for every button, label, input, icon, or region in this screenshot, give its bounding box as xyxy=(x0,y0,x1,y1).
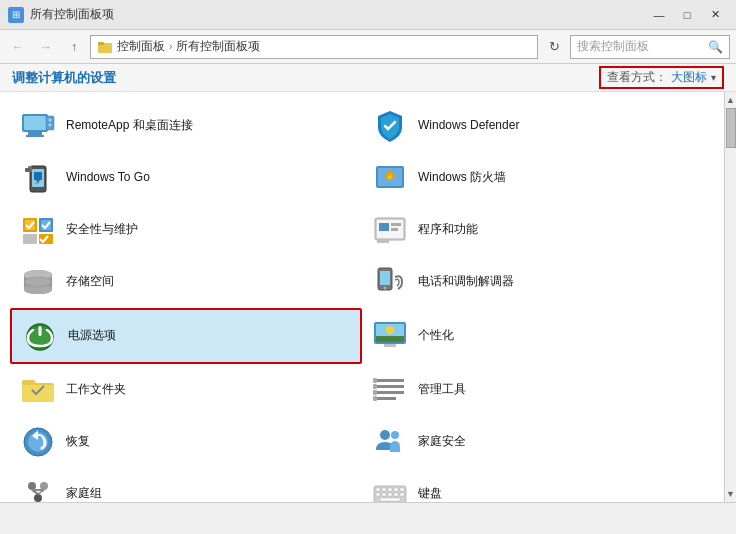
svg-rect-45 xyxy=(376,385,404,388)
maximize-button[interactable]: □ xyxy=(674,5,700,25)
item-phone-modem[interactable]: 电话和调制解调器 xyxy=(362,256,714,308)
svg-rect-26 xyxy=(391,228,398,231)
label-work-folder: 工作文件夹 xyxy=(66,382,126,398)
svg-rect-20 xyxy=(23,234,37,244)
close-button[interactable]: ✕ xyxy=(702,5,728,25)
svg-rect-70 xyxy=(388,493,392,496)
item-windows-firewall[interactable]: Windows 防火墙 xyxy=(362,152,714,204)
page-title: 调整计算机的设置 xyxy=(12,69,116,87)
label-windows-defender: Windows Defender xyxy=(418,118,519,134)
minimize-button[interactable]: — xyxy=(646,5,672,25)
address-breadcrumb[interactable]: 控制面板 › 所有控制面板项 xyxy=(90,35,538,59)
svg-rect-64 xyxy=(382,488,386,491)
toolbar: 调整计算机的设置 查看方式： 大图标 ▾ xyxy=(0,64,736,92)
view-label: 查看方式： xyxy=(607,69,667,86)
icon-personalize xyxy=(370,316,410,356)
icon-work-folder xyxy=(18,370,58,410)
icon-windows-to-go xyxy=(18,158,58,198)
icon-phone-modem xyxy=(370,262,410,302)
svg-rect-69 xyxy=(382,493,386,496)
folder-icon xyxy=(97,39,113,55)
icon-storage xyxy=(18,262,58,302)
label-windows-to-go: Windows To Go xyxy=(66,170,150,186)
svg-rect-67 xyxy=(400,488,404,491)
label-keyboard: 键盘 xyxy=(418,486,442,502)
view-dropdown-icon[interactable]: ▾ xyxy=(711,72,716,83)
icon-security xyxy=(18,210,58,250)
item-programs[interactable]: 程序和功能 xyxy=(362,204,714,256)
scroll-up-arrow[interactable]: ▲ xyxy=(725,92,737,108)
main-area: RemoteApp 和桌面连接 Windows Defender Windows… xyxy=(0,92,736,502)
back-button[interactable]: ← xyxy=(6,35,30,59)
search-icon[interactable]: 🔍 xyxy=(708,40,723,54)
svg-rect-63 xyxy=(376,488,380,491)
svg-rect-66 xyxy=(394,488,398,491)
svg-rect-72 xyxy=(400,493,404,496)
svg-point-56 xyxy=(28,482,36,490)
svg-point-35 xyxy=(384,287,387,290)
svg-point-42 xyxy=(386,326,394,334)
label-security: 安全性与维护 xyxy=(66,222,138,238)
item-work-folder[interactable]: 工作文件夹 xyxy=(10,364,362,416)
label-family-safety: 家庭安全 xyxy=(418,434,466,450)
label-windows-firewall: Windows 防火墙 xyxy=(418,170,506,186)
items-grid: RemoteApp 和桌面连接 Windows Defender Windows… xyxy=(10,100,714,502)
svg-point-55 xyxy=(391,431,399,439)
icon-programs xyxy=(370,210,410,250)
item-windows-defender[interactable]: Windows Defender xyxy=(362,100,714,152)
icon-remote-app xyxy=(18,106,58,146)
svg-rect-13 xyxy=(35,182,39,184)
item-family-safety[interactable]: 家庭安全 xyxy=(362,416,714,468)
item-homegroup[interactable]: 家庭组 xyxy=(10,468,362,502)
search-box[interactable]: 搜索控制面板 🔍 xyxy=(570,35,730,59)
label-remote-app: RemoteApp 和桌面连接 xyxy=(66,118,193,134)
icon-admin-tools xyxy=(370,370,410,410)
refresh-button[interactable]: ↻ xyxy=(542,35,566,59)
label-phone-modem: 电话和调制解调器 xyxy=(418,274,514,290)
item-keyboard[interactable]: 键盘 xyxy=(362,468,714,502)
item-windows-to-go[interactable]: Windows To Go xyxy=(10,152,362,204)
svg-rect-44 xyxy=(376,379,404,382)
label-storage: 存储空间 xyxy=(66,274,114,290)
item-restore[interactable]: 恢复 xyxy=(10,416,362,468)
svg-rect-65 xyxy=(388,488,392,491)
item-personalize[interactable]: 个性化 xyxy=(362,308,714,364)
svg-rect-47 xyxy=(376,397,396,400)
svg-rect-41 xyxy=(376,336,404,342)
status-bar xyxy=(0,502,736,524)
svg-rect-25 xyxy=(391,223,401,226)
svg-rect-24 xyxy=(379,223,389,231)
up-button[interactable]: ↑ xyxy=(62,35,86,59)
item-admin-tools[interactable]: 管理工具 xyxy=(362,364,714,416)
icon-windows-firewall xyxy=(370,158,410,198)
window-controls: — □ ✕ xyxy=(646,5,728,25)
svg-rect-12 xyxy=(25,168,31,172)
icon-restore xyxy=(18,422,58,462)
item-remote-app[interactable]: RemoteApp 和桌面连接 xyxy=(10,100,362,152)
label-programs: 程序和功能 xyxy=(418,222,478,238)
forward-button[interactable]: → xyxy=(34,35,58,59)
scrollbar[interactable]: ▲ ▼ xyxy=(724,92,736,502)
item-storage[interactable]: 存储空间 xyxy=(10,256,362,308)
title-bar: ⊞ 所有控制面板项 — □ ✕ xyxy=(0,0,736,30)
svg-rect-5 xyxy=(26,135,44,137)
svg-rect-51 xyxy=(373,396,377,401)
content-area: RemoteApp 和桌面连接 Windows Defender Windows… xyxy=(0,92,724,502)
label-homegroup: 家庭组 xyxy=(66,486,102,502)
scroll-down-arrow[interactable]: ▼ xyxy=(725,486,737,502)
scroll-thumb[interactable] xyxy=(726,108,736,148)
label-power: 电源选项 xyxy=(68,328,116,344)
item-security[interactable]: 安全性与维护 xyxy=(10,204,362,256)
svg-rect-38 xyxy=(39,326,42,336)
svg-rect-73 xyxy=(380,498,400,501)
view-mode-button[interactable]: 大图标 xyxy=(671,69,707,86)
window-icon: ⊞ xyxy=(8,7,24,23)
address-bar: ← → ↑ 控制面板 › 所有控制面板项 ↻ 搜索控制面板 🔍 xyxy=(0,30,736,64)
scroll-track[interactable] xyxy=(725,108,736,486)
svg-point-58 xyxy=(34,494,42,502)
svg-rect-50 xyxy=(373,390,377,395)
svg-rect-48 xyxy=(373,378,377,383)
svg-rect-43 xyxy=(384,344,396,347)
svg-rect-34 xyxy=(380,271,390,285)
item-power[interactable]: 电源选项 xyxy=(10,308,362,364)
